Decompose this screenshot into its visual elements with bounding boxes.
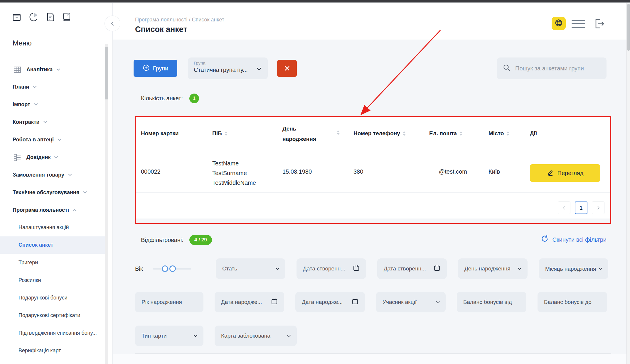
window-top-edge: [0, 0, 630, 2]
archive-box-icon[interactable]: [12, 12, 22, 22]
filtered-label: Відфільтровані:: [141, 237, 183, 243]
burger-bar: [572, 27, 585, 28]
filter-birth-day-select[interactable]: День народження: [458, 258, 528, 279]
menu-title: Меню: [13, 39, 32, 47]
filter-card-type-select[interactable]: Тип карти: [135, 326, 203, 346]
search-input[interactable]: [515, 65, 601, 72]
sidebar-item-pharmacy-work[interactable]: Робота в аптеці: [13, 134, 61, 145]
grid-icon: [13, 65, 22, 74]
plus-circle-icon: [143, 64, 150, 73]
column-header-city[interactable]: Місто: [488, 130, 509, 137]
chevron-down-icon: [34, 102, 38, 106]
sidebar-item-analytics[interactable]: Аналітика: [13, 64, 60, 75]
filter-gender-select[interactable]: Стать: [216, 258, 285, 279]
sidebar-item-directory[interactable]: Довідник: [13, 152, 58, 162]
sidebar-item-maintenance[interactable]: Технічне обслуговування: [13, 187, 86, 198]
filter-birth-date-from[interactable]: Дата народже...: [215, 292, 284, 312]
sort-icon[interactable]: [459, 131, 462, 136]
language-button[interactable]: [552, 17, 566, 30]
reset-filters-link[interactable]: Скинути всі фільтри: [541, 235, 607, 244]
sidebar-scrollbar-thumb[interactable]: [105, 47, 108, 99]
chevron-down-icon: [55, 155, 58, 158]
column-header-email[interactable]: Ел. пошта: [429, 130, 462, 137]
filter-bonus-balance-to[interactable]: Баланс бонусів до: [538, 292, 607, 312]
chevron-down-icon: [58, 137, 61, 141]
list-icon: [13, 153, 22, 162]
sort-icon[interactable]: [225, 131, 228, 136]
sort-icon[interactable]: [403, 131, 406, 136]
sidebar-subitem-gift-bonuses[interactable]: Подарункові бонуси: [18, 292, 68, 303]
filter-birth-year-input[interactable]: Рік народження: [135, 292, 203, 312]
calendar-icon: [352, 298, 358, 306]
filter-birth-month-select[interactable]: Місяць народження: [539, 258, 608, 279]
window-scrollbar-track[interactable]: [626, 3, 630, 364]
column-header-full-name[interactable]: ПІБ: [212, 130, 228, 137]
chevron-down-icon: [43, 119, 47, 123]
filter-birth-date-to[interactable]: Дата народже...: [295, 292, 365, 312]
column-header-card-number[interactable]: Номер картки: [141, 130, 179, 137]
cell-full-name: TestName TestSurname TestMiddleName: [212, 159, 256, 188]
column-header-birth-date[interactable]: День народження: [282, 123, 326, 144]
chevron-down-icon: [83, 190, 87, 194]
filter-created-date-from[interactable]: Дата створенн...: [297, 258, 366, 279]
sidebar-item-contracts[interactable]: Контракти: [13, 117, 47, 127]
slider-handle-max[interactable]: [169, 265, 176, 272]
sidebar-collapse-button[interactable]: [105, 16, 120, 31]
sidebar: Меню Аналітика Плани Імпорт Контракти Ро…: [0, 3, 113, 364]
group-select[interactable]: Група Статична група пу...: [188, 57, 268, 79]
chevron-down-icon: [193, 333, 198, 337]
pagination-page-1[interactable]: 1: [575, 202, 587, 214]
sidebar-subitem-bonus-writeoff-confirm[interactable]: Підтвердження списання бону...: [18, 328, 97, 338]
sidebar-subitem-triggers[interactable]: Тригери: [18, 257, 38, 268]
sidebar-item-goods-order[interactable]: Замовлення товару: [13, 170, 71, 180]
sort-icon[interactable]: [337, 131, 340, 135]
age-range-slider: [153, 264, 197, 273]
pagination-prev-button[interactable]: [558, 202, 570, 214]
sidebar-subitem-card-verification[interactable]: Верифікація карт: [18, 345, 61, 356]
questionnaire-table: Номер картки ПІБ День народження Номер т…: [136, 117, 610, 219]
sidebar-subitem-gift-certificates[interactable]: Подарункові сертифікати: [18, 310, 80, 321]
chevron-right-icon: [596, 206, 600, 210]
pie-chart-icon[interactable]: [29, 12, 39, 22]
filter-bonus-balance-from[interactable]: Баланс бонусів від: [457, 292, 526, 312]
sidebar-subitem-promo-settings[interactable]: Налаштування акцій: [18, 222, 69, 233]
burger-bar: [572, 23, 585, 24]
sidebar-subitem-questionnaire-list[interactable]: Список анкет: [18, 240, 53, 250]
sidebar-item-plans[interactable]: Плани: [13, 82, 36, 92]
sidebar-item-loyalty-program[interactable]: Програма лояльності: [13, 205, 76, 215]
filter-promo-participant-select[interactable]: Учасник акції: [376, 292, 446, 312]
questionnaire-count-badge: 1: [189, 94, 199, 103]
column-header-actions[interactable]: Дії: [530, 130, 537, 137]
calendar-icon: [434, 265, 440, 273]
slider-handle-min[interactable]: [162, 265, 168, 272]
menu-toggle-button[interactable]: [572, 20, 585, 28]
view-button[interactable]: Перегляд: [530, 164, 600, 182]
reset-filters-label: Скинути всі фільтри: [552, 236, 607, 243]
column-header-phone[interactable]: Номер телефону: [353, 130, 406, 137]
chevron-down-icon: [33, 84, 37, 88]
sidebar-item-import[interactable]: Імпорт: [13, 99, 37, 110]
chevron-left-icon: [563, 206, 567, 210]
filter-created-date-to[interactable]: Дата створенн...: [377, 258, 447, 279]
sidebar-item-label: Технічне обслуговування: [13, 189, 79, 196]
book-icon[interactable]: [62, 12, 72, 22]
filtered-count-badge: 4 / 29: [189, 235, 212, 245]
groups-button[interactable]: Групи: [134, 60, 177, 77]
sort-icon[interactable]: [506, 131, 509, 136]
close-icon: [283, 65, 291, 72]
clear-group-button[interactable]: [277, 60, 297, 77]
sidebar-item-label: Робота в аптеці: [13, 137, 54, 143]
filter-card-blocked-select[interactable]: Карта заблокована: [215, 326, 297, 346]
logout-button[interactable]: [592, 17, 605, 30]
sidebar-subitem-mailings[interactable]: Розсилки: [18, 275, 41, 285]
chevron-down-icon: [598, 266, 602, 270]
globe-icon: [554, 18, 563, 28]
chevron-down-icon: [436, 299, 440, 303]
window-top-edge-2: [0, 2, 630, 3]
breadcrumb[interactable]: Програма лояльності / Список анкет: [135, 17, 224, 23]
group-select-value: Статична група пу...: [194, 67, 262, 73]
window-scrollbar-thumb[interactable]: [627, 4, 630, 51]
document-icon[interactable]: [46, 12, 55, 22]
pagination-next-button[interactable]: [592, 202, 604, 214]
sidebar-item-label: Плани: [13, 84, 29, 90]
